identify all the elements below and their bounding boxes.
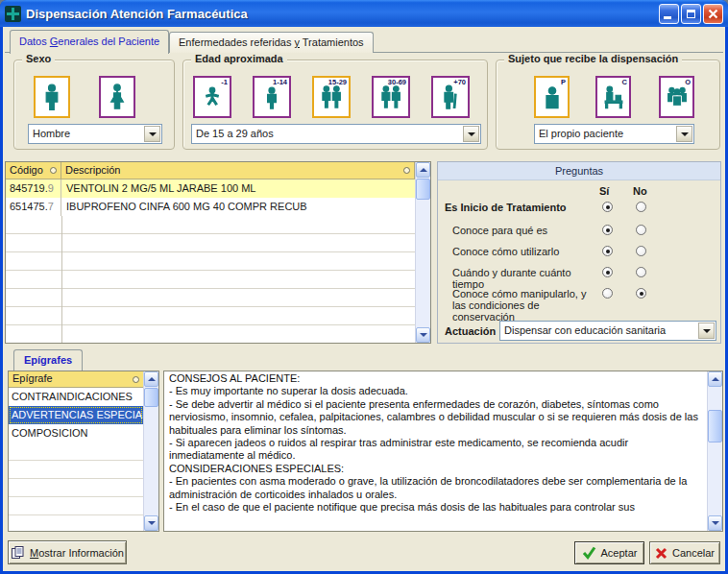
list-item-advertencias[interactable]: ADVERTENCIAS ESPECIAL... bbox=[9, 406, 143, 424]
edad-30-69-button[interactable]: 30-69 bbox=[372, 76, 410, 118]
sort-icon[interactable] bbox=[50, 167, 57, 174]
sujeto-combobox-dropdown-button[interactable] bbox=[676, 126, 692, 142]
tab-epigrafes[interactable]: Epígrafes bbox=[13, 349, 83, 371]
medications-table-body: 845719.9 VENTOLIN 2 MG/5 ML JARABE 100 M… bbox=[6, 179, 415, 343]
arrow-up-icon bbox=[148, 373, 156, 381]
arrow-down-icon bbox=[712, 521, 719, 529]
radio-no[interactable] bbox=[636, 202, 646, 212]
radio-si[interactable] bbox=[602, 267, 613, 277]
group-sexo: Sexo Hombre bbox=[13, 60, 175, 150]
sujeto-otros-button[interactable]: O bbox=[659, 76, 694, 118]
radio-no[interactable] bbox=[636, 225, 646, 235]
info-scrollbar[interactable] bbox=[707, 371, 722, 531]
preguntas-panel: Preguntas Sí No Es Inicio de Tratamiento… bbox=[437, 161, 721, 344]
close-icon bbox=[708, 9, 718, 19]
edad-combobox[interactable]: De 15 a 29 años bbox=[191, 124, 481, 144]
scrollbar-thumb[interactable] bbox=[144, 388, 158, 407]
epigrafe-info-box: CONSEJOS AL PACIENTE: - Es muy important… bbox=[163, 371, 723, 532]
radio-si[interactable] bbox=[602, 202, 613, 212]
scroll-down-button[interactable] bbox=[144, 515, 158, 531]
group-sujeto-dispensacion: Sujeto que recibe la dispensación P C O … bbox=[496, 60, 720, 150]
titlebar[interactable]: Dispensación Atención Farmacéutica bbox=[0, 0, 728, 27]
scrollbar-thumb[interactable] bbox=[708, 410, 722, 442]
edad-combobox-value: De 15 a 29 años bbox=[196, 128, 274, 139]
sujeto-paciente-button[interactable]: P bbox=[534, 76, 570, 118]
scrollbar-thumb[interactable] bbox=[416, 179, 430, 200]
actuacion-label: Actuación bbox=[445, 325, 496, 337]
chevron-down-icon bbox=[681, 132, 689, 140]
edad-1-14-button[interactable]: 1-14 bbox=[253, 76, 291, 118]
scroll-down-button[interactable] bbox=[416, 327, 430, 343]
arrow-up-icon bbox=[712, 373, 719, 381]
radio-si[interactable] bbox=[602, 225, 613, 235]
medications-table-header: Código Descripción bbox=[6, 162, 415, 179]
actuacion-combobox[interactable]: Dispensar con educación sanitaria bbox=[499, 321, 716, 341]
adults-icon bbox=[379, 84, 402, 110]
actuacion-combobox-dropdown-button[interactable] bbox=[698, 323, 715, 339]
sort-icon[interactable] bbox=[133, 376, 139, 383]
edad-menor-1-button[interactable]: -1 bbox=[193, 76, 231, 118]
table-row[interactable]: 651475.7 IBUPROFENO CINFA 600 MG 40 COMP… bbox=[6, 198, 415, 216]
scroll-up-button[interactable] bbox=[708, 371, 722, 387]
sort-icon[interactable] bbox=[403, 167, 410, 174]
sujeto-cuidador-button[interactable]: C bbox=[595, 76, 631, 118]
sexo-mujer-button[interactable] bbox=[99, 76, 135, 118]
edad-15-29-button[interactable]: 15-29 bbox=[312, 76, 351, 118]
edad-mas-70-button[interactable]: +70 bbox=[431, 76, 470, 118]
pharmacy-cross-icon bbox=[5, 6, 21, 22]
close-button[interactable] bbox=[703, 4, 723, 24]
scroll-up-button[interactable] bbox=[144, 371, 158, 387]
scroll-down-button[interactable] bbox=[708, 515, 722, 531]
sexo-combobox-dropdown-button[interactable] bbox=[144, 126, 160, 142]
arrow-up-icon bbox=[420, 164, 427, 172]
epigrafes-list-body: CONTRAINDICACIONES ADVERTENCIAS ESPECIAL… bbox=[9, 388, 143, 531]
sujeto-combobox[interactable]: El propio paciente bbox=[534, 124, 694, 144]
actuacion-combobox-value: Dispensar con educación sanitaria bbox=[504, 324, 666, 336]
list-item-contraindicaciones[interactable]: CONTRAINDICACIONES bbox=[9, 388, 143, 406]
list-item-composicion[interactable]: COMPOSICION bbox=[9, 424, 143, 442]
table-row[interactable]: 845719.9 VENTOLIN 2 MG/5 ML JARABE 100 M… bbox=[6, 179, 415, 198]
radio-no[interactable] bbox=[636, 246, 646, 256]
tab-page-datos-generales: Datos Generales del Paciente Enfermedade… bbox=[3, 27, 725, 571]
medications-scrollbar[interactable] bbox=[415, 162, 430, 343]
minimize-icon bbox=[664, 16, 671, 19]
si-column-header: Sí bbox=[599, 185, 609, 197]
x-icon bbox=[655, 547, 667, 560]
tab-datos-generales[interactable]: Datos Generales del Paciente bbox=[10, 30, 169, 54]
male-icon bbox=[40, 84, 63, 110]
sexo-combobox-value: Hombre bbox=[33, 128, 70, 139]
radio-no[interactable] bbox=[636, 267, 646, 277]
chevron-down-icon bbox=[703, 329, 711, 337]
baby-icon bbox=[201, 84, 224, 110]
epigrafe-column-header[interactable]: Epígrafe bbox=[9, 371, 143, 388]
radio-si[interactable] bbox=[602, 246, 613, 256]
sexo-combobox[interactable]: Hombre bbox=[28, 124, 162, 144]
radio-no[interactable] bbox=[636, 288, 646, 299]
minimize-button[interactable] bbox=[659, 4, 679, 24]
maximize-button[interactable] bbox=[681, 4, 701, 24]
tab-enfermedades-tratamientos[interactable]: Enfermedades referidas y Tratamientos bbox=[169, 32, 374, 53]
cancelar-button[interactable]: Cancelar bbox=[649, 541, 720, 564]
epigrafes-scrollbar[interactable] bbox=[143, 371, 158, 531]
patient-icon bbox=[541, 84, 564, 110]
tabstrip: Datos Generales del Paciente Enfermedade… bbox=[5, 32, 723, 53]
column-header-codigo[interactable]: Código bbox=[6, 162, 61, 179]
arrow-down-icon bbox=[420, 333, 427, 341]
aceptar-button[interactable]: Aceptar bbox=[574, 541, 644, 564]
edad-combobox-dropdown-button[interactable] bbox=[463, 126, 479, 142]
radio-si[interactable] bbox=[602, 288, 613, 299]
sexo-hombre-button[interactable] bbox=[34, 76, 70, 118]
epigrafes-list: Epígrafe CONTRAINDICACIONES ADVERTENCIAS… bbox=[8, 371, 159, 532]
chevron-down-icon bbox=[149, 132, 157, 140]
preguntas-title: Preguntas bbox=[438, 162, 720, 180]
young-adults-icon bbox=[320, 84, 343, 110]
scroll-up-button[interactable] bbox=[416, 162, 430, 178]
caregiver-icon bbox=[602, 84, 625, 110]
child-icon bbox=[260, 84, 283, 110]
mostrar-informacion-button[interactable]: Mostrar Información bbox=[8, 540, 127, 564]
group-icon bbox=[666, 84, 689, 110]
female-icon bbox=[106, 84, 129, 110]
column-header-descripcion[interactable]: Descripción bbox=[61, 162, 415, 179]
chevron-down-icon bbox=[468, 132, 475, 140]
epigrafe-info-text[interactable]: CONSEJOS AL PACIENTE: - Es muy important… bbox=[164, 371, 707, 531]
